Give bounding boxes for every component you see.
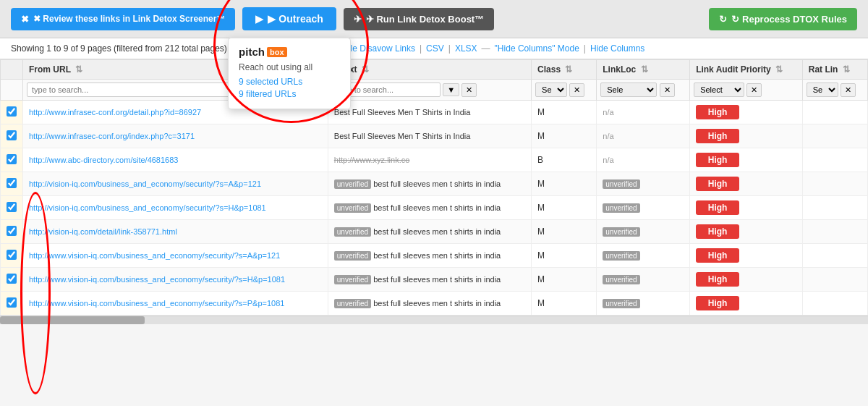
anchor-text-value: Best Full Sleeves Men T Shirts in India <box>334 108 471 117</box>
outreach-wrapper: ▶ ▶ Outreach pitch box Reach out using a… <box>242 7 336 30</box>
row-url-cell: http://www.abc-directory.com/site/468168… <box>23 148 328 172</box>
anchor-text-value: best full sleeves men t shirts in india <box>373 203 501 212</box>
horizontal-scrollbar[interactable] <box>0 316 868 324</box>
class-select[interactable]: Se M B <box>535 83 567 97</box>
outreach-arrow-icon: ▶ <box>255 13 263 25</box>
anchor-text-value: best full sleeves men t shirts in india <box>373 275 501 284</box>
row-anchor-cell: unverifiedbest full sleeves men t shirts… <box>328 268 531 292</box>
hide-columns-link[interactable]: Hide Columns <box>590 43 644 54</box>
search-url-input[interactable] <box>27 83 244 97</box>
row-checkbox[interactable] <box>7 178 17 188</box>
filter-priority-button[interactable]: ✕ <box>746 83 762 97</box>
toolbar: ✖ ✖ Review these links in Link Detox Scr… <box>0 0 868 38</box>
filter-anchor-button[interactable]: ▼ <box>443 83 459 96</box>
row-class-cell: M <box>532 196 597 220</box>
row-url-link[interactable]: http://www.infrasec-conf.org/index.php?c… <box>29 132 195 140</box>
row-checkbox[interactable] <box>7 250 17 260</box>
rat-select[interactable]: Se <box>807 83 838 97</box>
row-linkloc-cell: unverified <box>597 292 690 316</box>
row-checkbox[interactable] <box>7 226 17 236</box>
row-priority-cell: High <box>690 244 803 268</box>
row-rat-cell <box>802 196 867 220</box>
sort-icon-class: ⇅ <box>565 64 572 75</box>
row-checkbox-cell <box>1 220 23 244</box>
col-linkloc[interactable]: LinkLoc ⇅ <box>597 60 690 80</box>
priority-badge: High <box>696 177 739 191</box>
table-row: http://vision-iq.com/business_and_econom… <box>1 196 868 220</box>
row-rat-cell <box>802 148 867 172</box>
reprocess-label: ↻ Reprocess DTOX Rules <box>731 14 847 25</box>
row-url-link[interactable]: http://www.vision-iq.com/business_and_ec… <box>29 251 280 260</box>
col-class[interactable]: Class ⇅ <box>532 60 597 80</box>
row-rat-cell <box>802 101 867 124</box>
row-url-link[interactable]: http://www.infrasec-conf.org/detail.php?… <box>29 108 201 117</box>
row-checkbox[interactable] <box>7 202 17 212</box>
run-boost-button[interactable]: ✈ ✈ Run Link Detox Boost™ <box>344 8 494 30</box>
filtered-urls-link[interactable]: 9 filtered URLs <box>239 89 340 99</box>
showing-text: Showing 1 to 9 of 9 pages (filtered from… <box>11 43 232 54</box>
csv-link[interactable]: CSV <box>426 43 444 54</box>
col-priority[interactable]: Link Audit Priority ⇅ <box>690 60 803 80</box>
row-checkbox[interactable] <box>7 154 17 164</box>
sort-icon-rat: ⇅ <box>843 64 850 75</box>
unverified-badge: unverified <box>334 203 371 213</box>
row-checkbox-cell <box>1 172 23 196</box>
row-url-cell: http://www.vision-iq.com/business_and_ec… <box>23 292 328 316</box>
outreach-label: ▶ Outreach <box>268 13 323 25</box>
hide-columns-mode-link[interactable]: "Hide Columns" Mode <box>495 43 579 54</box>
row-checkbox[interactable] <box>7 106 17 117</box>
row-checkbox[interactable] <box>7 274 17 284</box>
unverified-badge: unverified <box>334 179 371 189</box>
table-row: http://vision-iq.com/detail/link-358771.… <box>1 220 868 244</box>
col-anchor-text[interactable]: r Text ⇅ <box>328 60 531 80</box>
row-class-cell: B <box>532 148 597 172</box>
row-class-cell: M <box>532 124 597 148</box>
row-priority-cell: High <box>690 172 803 196</box>
row-checkbox[interactable] <box>7 297 17 308</box>
reprocess-button[interactable]: ↻ ↻ Reprocess DTOX Rules <box>709 8 857 30</box>
row-url-link[interactable]: http://www.abc-directory.com/site/468168… <box>29 156 178 164</box>
row-url-link[interactable]: http://vision-iq.com/business_and_econom… <box>29 179 261 188</box>
row-checkbox-cell <box>1 124 23 148</box>
row-url-cell: http://vision-iq.com/business_and_econom… <box>23 196 328 220</box>
priority-badge: High <box>696 296 739 310</box>
selected-urls-link[interactable]: 9 selected URLs <box>239 77 340 87</box>
outreach-button[interactable]: ▶ ▶ Outreach <box>242 7 336 30</box>
linkloc-unverified-badge: unverified <box>603 299 639 308</box>
row-url-link[interactable]: http://vision-iq.com/detail/link-358771.… <box>29 227 177 236</box>
row-class-cell: M <box>532 220 597 244</box>
filter-linkloc-button[interactable]: ✕ <box>660 83 675 97</box>
row-rat-cell <box>802 292 867 316</box>
unverified-badge: unverified <box>334 251 371 261</box>
row-anchor-cell: unverifiedbest full sleeves men t shirts… <box>328 220 531 244</box>
xlsx-link[interactable]: XLSX <box>455 43 477 54</box>
filter-rat-button[interactable]: ✕ <box>841 83 856 97</box>
row-rat-cell <box>802 172 867 196</box>
linkloc-select[interactable]: Sele n/a unverified <box>600 83 657 97</box>
sort-icon-url: ⇅ <box>75 64 82 75</box>
row-anchor-cell: Best Full Sleeves Men T Shirts in India <box>328 101 531 124</box>
priority-select[interactable]: Select High Medium Low <box>694 83 744 97</box>
row-priority-cell: High <box>690 220 803 244</box>
review-icon: ✖ <box>21 14 29 25</box>
search-linkloc-cell: Sele n/a unverified ✕ <box>597 80 690 101</box>
linkloc-unverified-badge: unverified <box>603 203 639 213</box>
clear-anchor-button[interactable]: ✕ <box>461 83 477 97</box>
row-url-link[interactable]: http://www.vision-iq.com/business_and_ec… <box>29 299 284 308</box>
row-rat-cell <box>802 268 867 292</box>
row-checkbox[interactable] <box>7 130 17 140</box>
anchor-text-value: best full sleeves men t shirts in india <box>373 227 501 236</box>
row-url-cell: http://vision-iq.com/detail/link-358771.… <box>23 220 328 244</box>
row-url-link[interactable]: http://vision-iq.com/business_and_econom… <box>29 203 266 212</box>
search-class-cell: Se M B ✕ <box>532 80 597 101</box>
row-url-cell: http://www.vision-iq.com/business_and_ec… <box>23 268 328 292</box>
info-bar: Showing 1 to 9 of 9 pages (filtered from… <box>0 38 868 59</box>
row-url-link[interactable]: http://www.vision-iq.com/business_and_ec… <box>29 275 285 284</box>
review-links-button[interactable]: ✖ ✖ Review these links in Link Detox Scr… <box>11 8 235 30</box>
row-checkbox-cell <box>1 268 23 292</box>
scrollbar-thumb[interactable] <box>0 316 145 324</box>
run-boost-label: ✈ Run Link Detox Boost™ <box>366 14 484 25</box>
col-rat[interactable]: Rat Lin ⇅ <box>802 60 867 80</box>
filter-class-button[interactable]: ✕ <box>569 83 584 97</box>
table-row: http://vision-iq.com/business_and_econom… <box>1 172 868 196</box>
